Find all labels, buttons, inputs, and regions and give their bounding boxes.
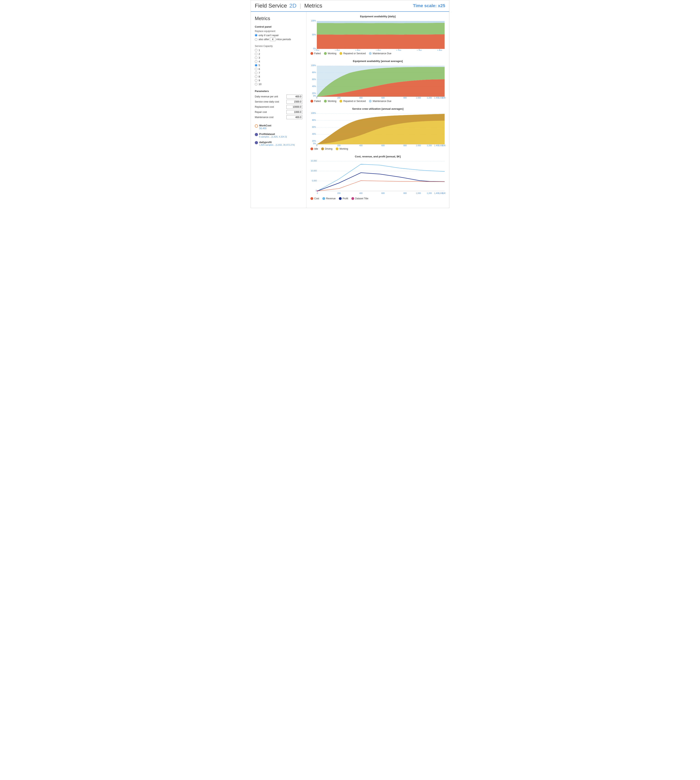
param-input-2[interactable] <box>287 105 302 109</box>
svg-text:80%: 80% <box>312 71 316 73</box>
header-mode: 2D <box>289 3 297 9</box>
parameters-fields: Daily revenue per unitService crew daily… <box>255 95 302 119</box>
radio-capacity-7[interactable] <box>255 72 257 74</box>
capacity-label-5: 5 <box>258 64 260 67</box>
svg-text:1,800: 1,800 <box>442 192 446 194</box>
header-timescale: Time scale: x25 <box>413 3 445 8</box>
capacity-option-1[interactable]: 1 <box>255 49 302 52</box>
param-name-0: Daily revenue per unit <box>255 95 287 98</box>
svg-text:1,750: 1,750 <box>417 50 422 51</box>
svg-text:1,000: 1,000 <box>416 97 421 98</box>
capacity-option-3[interactable]: 3 <box>255 56 302 59</box>
svg-text:600: 600 <box>382 192 385 194</box>
chart-crew-util-svg: 100% 80% 60% 40% 20% 0% <box>310 112 446 146</box>
svg-text:80%: 80% <box>312 119 316 121</box>
param-input-0[interactable] <box>287 95 302 98</box>
metric-dot-1 <box>255 133 258 136</box>
svg-text:0: 0 <box>316 190 317 192</box>
radio-capacity-10[interactable] <box>255 83 257 85</box>
radio-capacity-5[interactable] <box>255 64 257 67</box>
metric-item-1: Profitdataset6 samples ...[1,825, 4,324.… <box>255 133 302 138</box>
svg-text:800: 800 <box>403 145 407 146</box>
svg-text:60%: 60% <box>312 78 316 80</box>
radio-capacity-6[interactable] <box>255 68 257 70</box>
svg-text:1,600: 1,600 <box>355 50 360 51</box>
radio-capacity-4[interactable] <box>255 60 257 63</box>
param-input-3[interactable] <box>287 110 302 114</box>
param-row-1: Service crew daily cost <box>255 100 302 104</box>
param-input-4[interactable] <box>287 115 302 119</box>
capacity-option-2[interactable]: 2 <box>255 52 302 55</box>
mtce-periods-input[interactable] <box>270 38 275 41</box>
chart-equip-daily-legend: Failed Working Repaired or Serviced Main… <box>310 52 445 55</box>
metric-info-0: WorkCost56,400 <box>259 124 271 130</box>
param-row-2: Replacement cost <box>255 105 302 109</box>
control-panel: Control panel Replace equipment only if … <box>255 25 302 41</box>
service-capacity-label: Service Capacity <box>255 45 302 47</box>
capacity-label-8: 8 <box>258 75 260 78</box>
capacity-option-5[interactable]: 5 <box>255 64 302 67</box>
svg-text:20%: 20% <box>312 140 316 142</box>
svg-text:1,550: 1,550 <box>335 50 340 51</box>
header-section: Metrics <box>304 3 413 9</box>
chart-crew-util: Service crew utilization [annual average… <box>310 107 445 150</box>
svg-text:1,650: 1,650 <box>376 50 381 51</box>
capacity-label-9: 9 <box>258 79 260 82</box>
param-input-1[interactable] <box>287 100 302 104</box>
svg-text:600: 600 <box>382 145 385 146</box>
radio-cant-repair[interactable] <box>255 34 257 37</box>
svg-text:40%: 40% <box>312 133 316 135</box>
svg-text:20%: 20% <box>312 92 316 94</box>
svg-text:1,500: 1,500 <box>314 50 319 51</box>
header: Field Service 2D | Metrics Time scale: x… <box>251 0 449 12</box>
svg-text:400: 400 <box>359 145 363 146</box>
radio-also-after[interactable] <box>255 38 257 41</box>
chart-equip-annual-title: Equipment availability [annual averages] <box>310 60 445 63</box>
param-row-0: Daily revenue per unit <box>255 95 302 98</box>
radio-capacity-9[interactable] <box>255 79 257 82</box>
replace-option-also-after[interactable]: also after mtce periods <box>255 38 302 41</box>
chart-crew-util-legend: Idle Driving Working <box>310 147 445 150</box>
svg-text:0%: 0% <box>313 142 316 145</box>
radio-capacity-3[interactable] <box>255 57 257 59</box>
svg-text:1,800: 1,800 <box>442 145 446 146</box>
chart-crew-util-title: Service crew utilization [annual average… <box>310 107 445 110</box>
capacity-option-7[interactable]: 7 <box>255 71 302 74</box>
param-name-2: Replacement cost <box>255 105 287 108</box>
svg-text:0: 0 <box>316 97 317 98</box>
capacity-label-6: 6 <box>258 68 260 70</box>
capacity-option-4[interactable]: 4 <box>255 60 302 63</box>
svg-text:100%: 100% <box>311 64 316 67</box>
header-divider: | <box>300 3 301 9</box>
capacity-label-7: 7 <box>258 71 260 74</box>
radio-capacity-2[interactable] <box>255 53 257 55</box>
capacity-option-6[interactable]: 6 <box>255 68 302 70</box>
metric-info-1: Profitdataset6 samples ...[1,825, 4,324.… <box>259 133 287 138</box>
radio-capacity-8[interactable] <box>255 75 257 78</box>
capacity-option-9[interactable]: 9 <box>255 79 302 82</box>
chart-cost-revenue-svg: 15,000 10,000 5,000 0 <box>310 159 446 196</box>
metric-value-0: 56,400 <box>259 127 271 130</box>
svg-text:50%: 50% <box>312 33 316 36</box>
svg-text:0: 0 <box>316 145 317 146</box>
chart-cost-revenue-legend: Cost Revenue Profit Dataset Title <box>310 197 445 200</box>
replace-option-cant-repair[interactable]: only if can't repair <box>255 34 302 37</box>
capacity-option-8[interactable]: 8 <box>255 75 302 78</box>
svg-text:40%: 40% <box>312 85 316 87</box>
capacity-option-10[interactable]: 10 <box>255 83 302 86</box>
main-layout: Metrics Control panel Replace equipment … <box>251 12 449 208</box>
metric-dot-0 <box>255 124 258 128</box>
param-name-3: Repair cost <box>255 111 287 113</box>
metric-item-2: dailyprofit1,825 samples ...[1,832, 39,4… <box>255 141 302 146</box>
chart-equip-annual-svg: 100% 80% 60% 40% 20% 0% <box>310 64 446 98</box>
svg-text:1,800: 1,800 <box>442 97 446 98</box>
app-container: Field Service 2D | Metrics Time scale: x… <box>251 0 449 208</box>
capacity-label-4: 4 <box>258 60 260 63</box>
radio-capacity-1[interactable] <box>255 49 257 52</box>
capacity-label-3: 3 <box>258 56 260 59</box>
metric-name-2: dailyprofit <box>259 141 295 144</box>
metric-sub-1: 6 samples ...[1,825, 4,324.3] <box>259 135 287 138</box>
param-name-4: Maintenance cost <box>255 116 287 118</box>
control-panel-label: Control panel <box>255 25 302 28</box>
service-capacity-section: Service Capacity 12345678910 <box>255 45 302 86</box>
